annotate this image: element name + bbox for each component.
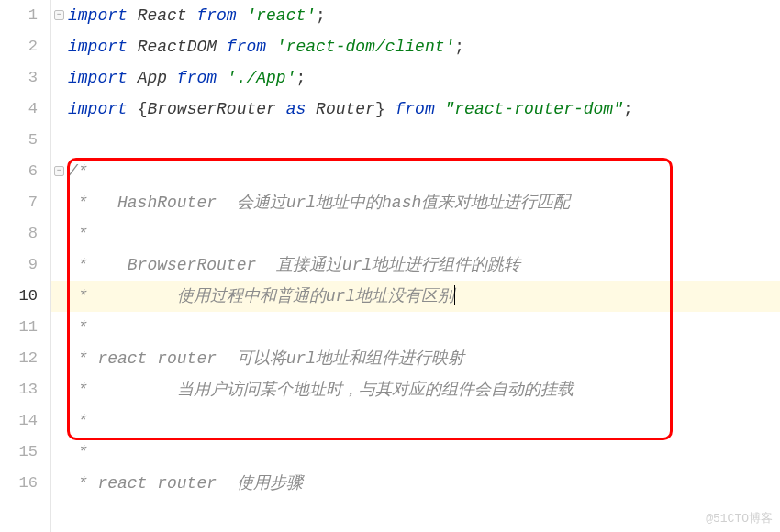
line-number: 6 — [0, 156, 38, 187]
token-kw: from — [396, 100, 445, 118]
token-cmt: * HashRouter 会通过url地址中的hash值来对地址进行匹配 — [68, 194, 570, 212]
token-pct: ; — [623, 100, 633, 118]
token-kw: from — [227, 38, 276, 56]
code-area[interactable]: −import React from 'react';import ReactD… — [51, 0, 780, 532]
token-cls: App — [138, 69, 177, 87]
token-str: 'react' — [246, 6, 316, 25]
line-number: 7 — [0, 187, 38, 218]
line-number: 13 — [0, 374, 38, 405]
code-line[interactable]: * — [51, 218, 780, 249]
token-kw: from — [196, 6, 246, 25]
token-kw: import — [68, 6, 138, 25]
code-line[interactable]: * react router 使用步骤 — [51, 468, 780, 499]
line-number-gutter: 12345678910111213141516 — [0, 0, 51, 532]
token-cmt: * 当用户访问某个地址时，与其对应的组件会自动的挂载 — [68, 381, 574, 399]
token-cmt: * — [68, 443, 88, 461]
token-str: './App' — [227, 69, 296, 87]
code-line[interactable]: import ReactDOM from 'react-dom/client'; — [51, 31, 780, 62]
token-kw: from — [177, 69, 227, 87]
line-number: 16 — [0, 468, 38, 499]
token-cmt: * — [68, 225, 88, 243]
token-pct: ; — [295, 69, 306, 87]
token-cmt: * — [68, 412, 88, 430]
token-id: ReactDOM — [138, 38, 227, 56]
fold-toggle-icon[interactable]: − — [54, 10, 64, 20]
code-line[interactable]: import {BrowserRouter as Router} from "r… — [51, 94, 780, 125]
text-caret — [454, 285, 455, 305]
token-id: React — [138, 6, 197, 25]
token-cmt: * — [68, 318, 88, 337]
code-line[interactable]: * — [51, 312, 780, 343]
line-number: 15 — [0, 437, 38, 468]
token-id: Router — [316, 100, 375, 118]
line-number: 14 — [0, 405, 38, 437]
watermark: @51CTO博客 — [706, 510, 773, 526]
code-line[interactable]: * 使用过程中和普通的url地址没有区别 — [51, 281, 780, 312]
code-line[interactable]: * react router 可以将url地址和组件进行映射 — [51, 343, 780, 374]
line-number: 3 — [0, 62, 38, 94]
code-line[interactable]: * HashRouter 会通过url地址中的hash值来对地址进行匹配 — [51, 187, 780, 218]
line-number: 12 — [0, 343, 38, 374]
token-cmt: * react router 可以将url地址和组件进行映射 — [68, 349, 464, 368]
token-kw: import — [68, 69, 138, 87]
token-kw: import — [68, 38, 138, 56]
code-line[interactable]: −import React from 'react'; — [51, 0, 780, 31]
code-line[interactable] — [51, 125, 780, 156]
line-number: 10 — [0, 281, 38, 312]
line-number: 8 — [0, 218, 38, 249]
code-line[interactable]: * 当用户访问某个地址时，与其对应的组件会自动的挂载 — [51, 374, 780, 405]
token-cmt: /* — [68, 162, 88, 181]
line-number: 1 — [0, 0, 38, 31]
line-number: 9 — [0, 249, 38, 281]
token-cmt: * 使用过程中和普通的url地址没有区别 — [68, 287, 454, 305]
code-line[interactable]: −/* — [51, 156, 780, 187]
token-kw: as — [286, 100, 316, 118]
token-str: 'react-dom/client' — [276, 38, 454, 56]
token-cmt: * react router 使用步骤 — [68, 474, 303, 493]
code-line[interactable]: * — [51, 405, 780, 437]
code-editor: 12345678910111213141516 −import React fr… — [0, 0, 780, 532]
line-number: 11 — [0, 312, 38, 343]
line-number: 2 — [0, 31, 38, 62]
code-line[interactable]: * — [51, 437, 780, 468]
token-kw: import — [68, 100, 138, 118]
fold-toggle-icon[interactable]: − — [54, 166, 64, 176]
token-id: BrowserRouter — [147, 100, 285, 118]
token-cmt: * BrowserRouter 直接通过url地址进行组件的跳转 — [68, 256, 520, 274]
line-number: 4 — [0, 94, 38, 125]
code-line[interactable]: import App from './App'; — [51, 62, 780, 94]
token-pct: ; — [454, 38, 464, 56]
token-pct: { — [138, 100, 148, 118]
token-pct: } — [375, 100, 396, 118]
line-number: 5 — [0, 125, 38, 156]
token-pct: ; — [316, 6, 326, 25]
code-line[interactable]: * BrowserRouter 直接通过url地址进行组件的跳转 — [51, 249, 780, 281]
token-str: "react-router-dom" — [445, 100, 623, 118]
